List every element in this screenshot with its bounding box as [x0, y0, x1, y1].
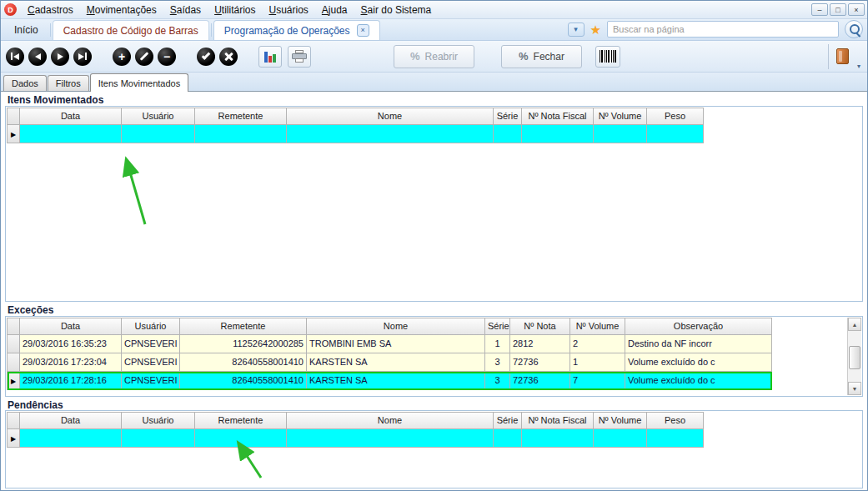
table-row[interactable]: 29/03/2016 17:23:04 CPNSEVERI 8264055800…	[8, 353, 772, 372]
delete-record-button[interactable]: −	[158, 48, 176, 66]
column-header[interactable]: Data	[20, 413, 122, 429]
tab-dados[interactable]: Dados	[3, 75, 47, 91]
menu-utilitarios[interactable]: Utilitários	[208, 2, 262, 18]
cell-data[interactable]	[287, 429, 494, 448]
column-header[interactable]: Nº Volume	[594, 413, 647, 429]
add-record-button[interactable]: +	[113, 48, 131, 66]
cell-data[interactable]: 29/03/2016 17:28:16	[20, 372, 122, 390]
menu-ajuda[interactable]: Ajuda	[315, 2, 354, 18]
row-selector[interactable]	[8, 335, 20, 353]
close-tab-icon[interactable]: ×	[357, 24, 369, 37]
column-header[interactable]: Data	[20, 108, 122, 125]
column-header[interactable]: Usuário	[122, 413, 195, 429]
cell-data[interactable]: KARSTEN SA	[307, 353, 485, 372]
cell-data[interactable]: 82640558001410	[180, 353, 307, 372]
cell-data[interactable]: 72736	[510, 372, 570, 390]
column-header[interactable]: Nº Volume	[594, 108, 647, 125]
cell-data[interactable]: Destino da NF incorr	[625, 335, 772, 353]
scroll-down-icon[interactable]: ▼	[848, 382, 861, 395]
reabrir-button[interactable]: % Reabrir	[394, 45, 474, 68]
column-header[interactable]: Observação	[625, 318, 772, 335]
cell-data[interactable]	[287, 125, 494, 143]
cell-data[interactable]	[195, 429, 287, 448]
table-row[interactable]: ▶	[8, 125, 704, 143]
column-header[interactable]: Remetente	[195, 413, 287, 429]
cell-data[interactable]: CPNSEVERI	[122, 353, 180, 372]
cell-data[interactable]: CPNSEVERI	[122, 372, 180, 390]
last-record-button[interactable]	[73, 48, 92, 66]
row-selector[interactable]	[8, 353, 20, 372]
next-record-button[interactable]	[51, 48, 69, 66]
chart-button[interactable]	[258, 46, 282, 68]
menu-usuarios[interactable]: Usuários	[262, 2, 314, 18]
first-record-button[interactable]	[6, 48, 24, 66]
row-selector[interactable]: ▶	[8, 372, 20, 390]
cell-data[interactable]: 29/03/2016 16:35:23	[20, 335, 122, 353]
column-header[interactable]: Data	[20, 318, 122, 335]
cell-data[interactable]: Volume excluído do c	[625, 372, 772, 390]
cell-data[interactable]	[494, 429, 522, 448]
previous-record-button[interactable]	[28, 48, 47, 66]
search-input[interactable]	[607, 21, 839, 38]
cancel-button[interactable]	[219, 48, 238, 66]
exit-door-icon[interactable]	[836, 48, 849, 64]
chevron-down-icon[interactable]: ▾	[568, 23, 585, 37]
column-header[interactable]: Nº Nota Fiscal	[522, 413, 594, 429]
fechar-button[interactable]: % Fechar	[501, 45, 582, 68]
column-header[interactable]: Peso	[647, 413, 704, 429]
column-header[interactable]: Nº Nota Fiscal	[522, 108, 594, 125]
tab-programacao-operacoes[interactable]: Programação de Operações ×	[213, 20, 380, 40]
column-header[interactable]: Nome	[307, 318, 485, 335]
vertical-scrollbar[interactable]: ▲ ▼	[847, 318, 861, 395]
table-row[interactable]: 29/03/2016 16:35:23 CPNSEVERI 1125264200…	[8, 335, 772, 353]
chevron-down-icon[interactable]: ▾	[857, 63, 860, 70]
cell-data[interactable]: TROMBINI EMB SA	[307, 335, 485, 353]
tab-filtros[interactable]: Filtros	[48, 75, 89, 91]
cell-data[interactable]	[522, 429, 594, 448]
favorite-star-icon[interactable]: ★	[590, 23, 601, 36]
cell-data[interactable]: 29/03/2016 17:23:04	[20, 353, 122, 372]
tab-inicio[interactable]: Início	[4, 20, 48, 40]
cell-data[interactable]	[594, 429, 647, 448]
column-header[interactable]: Série	[494, 413, 522, 429]
cell-data[interactable]: 82640558001410	[180, 372, 307, 390]
scrollbar-thumb[interactable]	[849, 346, 860, 369]
cell-data[interactable]	[195, 125, 287, 143]
cell-data[interactable]: Volume excluído do c	[625, 353, 772, 372]
cell-data[interactable]	[20, 429, 122, 448]
menu-cadastros[interactable]: Cadastros	[21, 2, 80, 18]
cell-data[interactable]	[20, 125, 122, 143]
print-button[interactable]	[288, 46, 311, 68]
cell-data[interactable]: 2	[570, 335, 625, 353]
column-header[interactable]: Usuário	[122, 318, 180, 335]
column-header[interactable]: Remetente	[195, 108, 287, 125]
column-header[interactable]: Nº Nota	[510, 318, 570, 335]
column-header[interactable]: Usuário	[122, 108, 195, 125]
column-header[interactable]: Remetente	[180, 318, 307, 335]
cell-data[interactable]: 72736	[510, 353, 570, 372]
cell-data[interactable]	[122, 429, 195, 448]
cell-data[interactable]: 3	[485, 372, 510, 390]
minimize-button[interactable]: –	[811, 3, 828, 16]
cell-data[interactable]: 3	[485, 353, 510, 372]
tab-itens-movimentados[interactable]: Itens Movimentados	[90, 73, 188, 92]
menu-saidas[interactable]: Saídas	[163, 2, 208, 18]
column-header[interactable]: Nome	[287, 108, 494, 125]
cell-data[interactable]	[647, 429, 704, 448]
cell-data[interactable]: 7	[570, 372, 625, 390]
cell-data[interactable]	[494, 125, 522, 143]
row-selector[interactable]: ▶	[8, 125, 20, 143]
row-selector[interactable]: ▶	[8, 429, 20, 448]
menu-movimentacoes[interactable]: Movimentações	[80, 2, 163, 18]
cell-data[interactable]	[122, 125, 195, 143]
cell-data[interactable]	[522, 125, 594, 143]
edit-record-button[interactable]	[135, 48, 153, 66]
column-header[interactable]: Nome	[287, 413, 494, 429]
cell-data[interactable]	[594, 125, 647, 143]
cell-data[interactable]: 11252642000285	[180, 335, 307, 353]
table-row-selected[interactable]: ▶ 29/03/2016 17:28:16 CPNSEVERI 82640558…	[8, 372, 772, 390]
tab-cadastro-codigo-barras[interactable]: Cadastro de Código de Barras	[53, 20, 209, 40]
column-header[interactable]: Peso	[647, 108, 704, 125]
cell-data[interactable]: KARSTEN SA	[307, 372, 485, 390]
column-header[interactable]: Série	[494, 108, 522, 125]
